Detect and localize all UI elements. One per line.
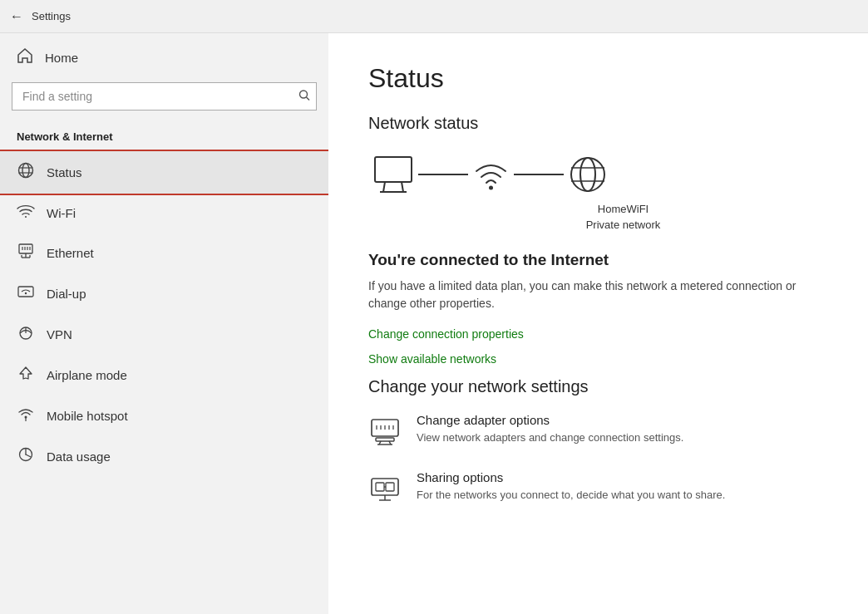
sidebar-item-label-status: Status [47,165,82,179]
connected-heading: You're connected to the Internet [368,251,828,269]
sidebar-item-dialup[interactable]: Dial-up [0,273,328,314]
sidebar-item-label-data: Data usage [47,449,111,464]
change-connection-link[interactable]: Change connection properties [368,327,524,341]
network-diagram [368,153,828,196]
ethernet-icon [17,243,35,263]
sidebar-item-label-hotspot: Mobile hotspot [47,409,128,423]
sharing-icon [368,472,402,509]
sidebar-item-label-ethernet: Ethernet [47,246,94,260]
home-icon [17,48,33,67]
svg-line-25 [402,182,403,192]
content-area: Status Network status [328,33,868,614]
svg-rect-45 [376,483,384,491]
wifi-diagram-icon [468,153,514,196]
change-settings-heading: Change your network settings [368,377,828,396]
svg-line-24 [383,182,385,192]
title-bar-title: Settings [32,10,71,22]
svg-point-6 [25,216,27,218]
sidebar-item-status[interactable]: Status [0,151,328,194]
sharing-desc: For the networks you connect to, decide … [417,488,725,503]
line-left [418,174,468,175]
svg-point-17 [25,292,27,294]
svg-point-0 [300,91,308,98]
globe-icon [17,162,35,183]
sidebar-item-home[interactable]: Home [0,33,328,82]
svg-rect-33 [376,438,394,441]
sharing-option[interactable]: Sharing options For the networks you con… [368,470,828,509]
sidebar-item-ethernet[interactable]: Ethernet [0,233,328,273]
show-networks-link[interactable]: Show available networks [368,352,496,366]
main-container: Home Network & Internet [0,33,868,614]
svg-point-29 [580,158,595,191]
vpn-icon [17,325,35,344]
connected-desc: If you have a limited data plan, you can… [368,278,801,312]
svg-point-2 [19,164,33,178]
back-button[interactable]: ← [10,9,23,24]
sidebar-item-label-wifi: Wi-Fi [47,206,76,220]
adapter-desc: View network adapters and change connect… [417,430,683,445]
search-button[interactable] [298,90,310,104]
search-input[interactable] [12,82,317,111]
page-title: Status [368,63,828,94]
hotspot-icon [17,406,35,425]
network-type-label: Private network [418,219,828,231]
adapter-text: Change adapter options View network adap… [417,413,683,445]
sidebar-item-data[interactable]: Data usage [0,436,328,477]
svg-rect-16 [18,287,33,297]
svg-point-27 [489,186,493,190]
airplane-icon [17,366,35,385]
sidebar-section-title: Network & Internet [0,124,328,151]
sidebar-item-wifi[interactable]: Wi-Fi [0,194,328,233]
svg-point-28 [571,158,604,191]
sidebar: Home Network & Internet [0,33,328,614]
globe-diagram-icon [564,153,612,196]
sidebar-item-airplane[interactable]: Airplane mode [0,355,328,395]
title-bar: ← Settings [0,0,868,33]
sharing-text: Sharing options For the networks you con… [417,470,725,503]
line-right [514,174,564,175]
sharing-title: Sharing options [417,470,725,484]
wifi-icon [17,204,35,222]
adapter-icon [368,415,402,452]
svg-line-1 [307,97,310,101]
data-icon [17,447,35,466]
svg-rect-23 [375,157,412,182]
adapter-option[interactable]: Change adapter options View network adap… [368,413,828,452]
sidebar-item-hotspot[interactable]: Mobile hotspot [0,395,328,436]
home-label: Home [45,51,78,65]
dialup-icon [17,284,35,303]
network-name-label: HomeWiFI [418,203,828,215]
sidebar-item-label-vpn: VPN [47,327,72,341]
search-box [12,82,317,111]
svg-rect-46 [386,483,394,491]
sidebar-item-label-dialup: Dial-up [47,287,86,301]
svg-point-3 [22,164,29,178]
computer-icon [368,153,418,196]
network-status-heading: Network status [368,114,828,133]
sidebar-item-vpn[interactable]: VPN [0,314,328,355]
sidebar-item-label-airplane: Airplane mode [47,368,127,382]
adapter-title: Change adapter options [417,413,683,427]
